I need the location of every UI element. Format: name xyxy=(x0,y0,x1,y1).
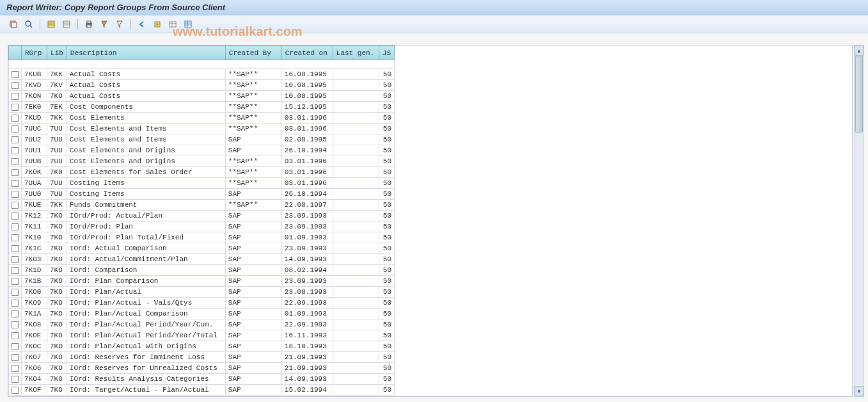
row-checkbox-cell[interactable] xyxy=(9,374,22,385)
checkbox-icon[interactable] xyxy=(12,169,19,176)
checkbox-icon[interactable] xyxy=(12,82,19,89)
row-checkbox-cell[interactable] xyxy=(9,102,22,113)
checkbox-icon[interactable] xyxy=(12,321,19,328)
table-row[interactable]: 7KO77KOIOrd: Reserves for Imminent LossS… xyxy=(9,352,395,363)
checkbox-icon[interactable] xyxy=(12,234,19,241)
scrollbar-thumb[interactable] xyxy=(855,56,863,133)
table-row[interactable]: 7UUC7UUCost Elements and Items**SAP**03.… xyxy=(9,124,395,134)
scroll-down-icon[interactable]: ▼ xyxy=(855,386,864,396)
table-row[interactable]: 7K1D7KOIOrd: ComparisonSAP08.02.199450 xyxy=(9,265,395,276)
table-row[interactable]: 7K0K7K0Cost Elements for Sales Order**SA… xyxy=(9,167,395,178)
row-checkbox-cell[interactable] xyxy=(9,276,22,287)
table-row[interactable]: 7UUA7UUCosting Items**SAP**03.01.199650 xyxy=(9,178,395,189)
table-row[interactable]: 7KON7KOActual Costs**SAP**10.08.199550 xyxy=(9,91,395,102)
table-row[interactable]: 7KVD7KVActual Costs**SAP**10.08.199550 xyxy=(9,80,395,91)
checkbox-icon[interactable] xyxy=(12,310,19,318)
checkbox-icon[interactable] xyxy=(12,332,19,339)
checkbox-icon[interactable] xyxy=(12,343,19,350)
checkbox-icon[interactable] xyxy=(12,267,19,274)
row-checkbox-cell[interactable] xyxy=(9,254,22,265)
col-header-js[interactable]: JS xyxy=(379,46,394,60)
row-checkbox-cell[interactable] xyxy=(9,298,22,309)
table-row[interactable]: 7KO87KOIOrd: Plan/Actual Period/Year/Cum… xyxy=(9,319,395,330)
col-header-created-on[interactable]: Created on xyxy=(281,46,333,60)
checkbox-icon[interactable] xyxy=(12,354,19,361)
row-checkbox-cell[interactable] xyxy=(9,167,22,178)
row-checkbox-cell[interactable] xyxy=(9,243,22,254)
checkbox-icon[interactable] xyxy=(12,202,19,209)
scroll-up-icon[interactable]: ▲ xyxy=(855,45,864,56)
col-header-rgrp[interactable]: RGrp xyxy=(22,46,47,60)
row-checkbox-cell[interactable] xyxy=(9,232,22,243)
table-row[interactable]: 7KO07KOIOrd: Plan/ActualSAP23.08.199350 xyxy=(9,287,395,298)
table-row[interactable]: 7KUB7KKActual Costs**SAP**16.08.199550 xyxy=(9,69,395,80)
row-checkbox-cell[interactable] xyxy=(9,287,22,298)
table-row[interactable]: 7K1A7KOIOrd: Plan/Actual ComparisonSAP01… xyxy=(9,309,395,319)
checkbox-icon[interactable] xyxy=(12,115,19,122)
checkbox-icon[interactable] xyxy=(12,376,19,383)
checkbox-icon[interactable] xyxy=(12,213,19,220)
print-icon[interactable] xyxy=(82,18,96,31)
checkbox-icon[interactable] xyxy=(12,104,19,111)
row-checkbox-cell[interactable] xyxy=(9,363,22,374)
checkbox-icon[interactable] xyxy=(12,147,19,154)
table-row[interactable]: 7KO67KOIOrd: Reserves for Unrealized Cos… xyxy=(9,363,395,374)
row-checkbox-cell[interactable] xyxy=(9,341,22,352)
table-row[interactable]: 7EK07EKCost Components**SAP**15.12.19955… xyxy=(9,102,395,113)
checkbox-icon[interactable] xyxy=(12,387,19,394)
checkbox-icon[interactable] xyxy=(12,158,19,165)
table-row[interactable]: 7KOE7KOIOrd: Plan/Actual Period/Year/Tot… xyxy=(9,330,395,341)
checkbox-icon[interactable] xyxy=(12,125,19,133)
table-row[interactable]: 7UU27UUCost Elements and ItemsSAP02.08.1… xyxy=(9,134,395,145)
scrollbar-track[interactable] xyxy=(855,56,864,386)
table-row[interactable]: 7UUB7UUCost Elements and Origins**SAP**0… xyxy=(9,156,395,167)
layout-icon[interactable] xyxy=(166,18,180,31)
checkbox-icon[interactable] xyxy=(12,71,19,78)
row-checkbox-cell[interactable] xyxy=(9,200,22,211)
col-header-lib[interactable]: Lib xyxy=(47,46,67,60)
row-checkbox-cell[interactable] xyxy=(9,80,22,91)
table-row[interactable]: 7KO37KOIOrd: Actual/Commitment/PlanSAP14… xyxy=(9,254,395,265)
table-row[interactable]: 7KUD7KKCost Elements**SAP**03.01.199650 xyxy=(9,113,395,124)
checkbox-icon[interactable] xyxy=(12,300,19,307)
vertical-scrollbar[interactable]: ▲ ▼ xyxy=(854,45,864,397)
col-header-created-by[interactable]: Created By xyxy=(225,46,281,60)
table-row[interactable]: 7K117KOIOrd/Prod: PlanSAP23.09.199350 xyxy=(9,221,395,232)
table-row[interactable]: 7K127KOIOrd/Prod: Actual/PlanSAP23.09.19… xyxy=(9,211,395,221)
checkbox-icon[interactable] xyxy=(12,223,19,230)
checkbox-icon[interactable] xyxy=(12,93,19,100)
row-checkbox-cell[interactable] xyxy=(9,145,22,156)
checkbox-icon[interactable] xyxy=(12,365,19,372)
copy-icon[interactable] xyxy=(6,18,20,31)
table-row[interactable]: 7KUE7KKFunds Commitment**SAP**22.08.1997… xyxy=(9,200,395,211)
table-row[interactable]: 7KOC7KOIOrd: Plan/Actual with OriginsSAP… xyxy=(9,341,395,352)
checkbox-icon[interactable] xyxy=(12,289,19,296)
row-checkbox-cell[interactable] xyxy=(9,69,22,80)
row-checkbox-cell[interactable] xyxy=(9,385,22,396)
export-icon[interactable] xyxy=(150,18,164,31)
col-header-desc[interactable]: Description xyxy=(67,46,225,60)
table-row[interactable]: 7K1C7KOIOrd: Actual ComparisonSAP23.09.1… xyxy=(9,243,395,254)
row-checkbox-cell[interactable] xyxy=(9,124,22,134)
table-row[interactable]: 7KO97KOIOrd: Plan/Actual - Vals/QtysSAP2… xyxy=(9,298,395,309)
col-header-check[interactable] xyxy=(9,46,22,60)
col-header-last-gen[interactable]: Last gen. xyxy=(333,46,379,60)
checkbox-icon[interactable] xyxy=(12,245,19,252)
table-row[interactable]: 7K1B7KOIOrd: Plan ComparisonSAP23.09.199… xyxy=(9,276,395,287)
row-checkbox-cell[interactable] xyxy=(9,113,22,124)
row-checkbox-cell[interactable] xyxy=(9,309,22,319)
row-checkbox-cell[interactable] xyxy=(9,211,22,221)
table-row[interactable]: 7UU07UUCosting ItemsSAP26.10.199450 xyxy=(9,189,395,200)
checkbox-icon[interactable] xyxy=(12,191,19,198)
select-all-icon[interactable] xyxy=(44,18,58,31)
row-checkbox-cell[interactable] xyxy=(9,91,22,102)
table-row[interactable]: 7UU17UUCost Elements and OriginsSAP26.10… xyxy=(9,145,395,156)
row-checkbox-cell[interactable] xyxy=(9,265,22,276)
row-checkbox-cell[interactable] xyxy=(9,178,22,189)
spreadsheet-icon[interactable] xyxy=(181,18,195,31)
checkbox-icon[interactable] xyxy=(12,256,19,263)
display-icon[interactable] xyxy=(22,18,36,31)
checkbox-icon[interactable] xyxy=(12,180,19,187)
checkbox-icon[interactable] xyxy=(12,136,19,143)
filter-icon[interactable] xyxy=(113,18,127,31)
